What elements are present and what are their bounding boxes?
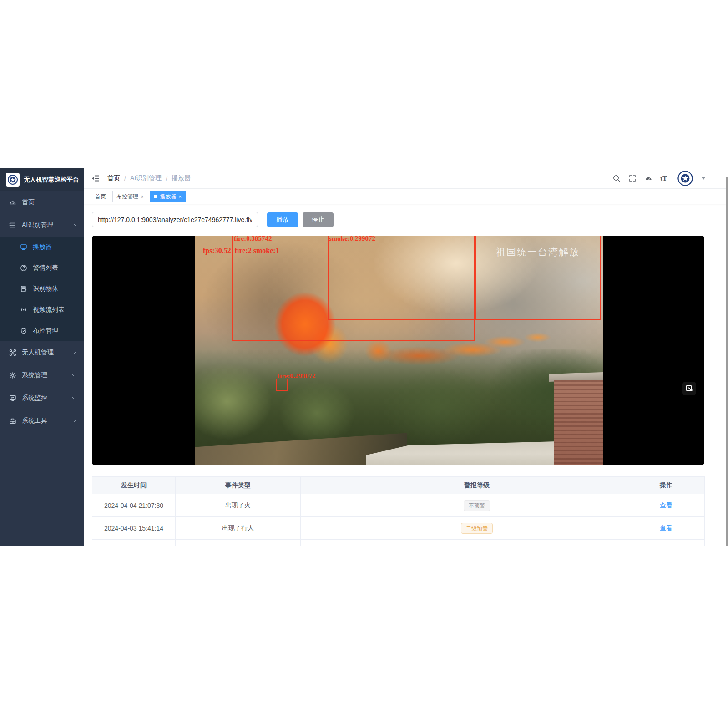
sidebar-item-video-streams[interactable]: 视频流列表 xyxy=(0,299,84,320)
detection-label-fire-small: fire:0.299072 xyxy=(278,372,315,380)
brick-wall xyxy=(554,380,603,465)
event-type: 出现了火 xyxy=(176,494,301,517)
sidebar-item-ai-management[interactable]: AI识别管理 xyxy=(0,214,84,237)
play-button[interactable]: 播放 xyxy=(267,212,298,227)
sidebar-item-deployment[interactable]: 布控管理 xyxy=(0,320,84,341)
event-time: 2024-04-03 15:41:14 xyxy=(92,517,176,540)
sidebar-item-label: 无人机管理 xyxy=(22,349,54,357)
status-badge: 三级预警 xyxy=(461,546,493,546)
sidebar-item-alarm-list[interactable]: 警情列表 xyxy=(0,258,84,278)
sidebar-item-label: 系统管理 xyxy=(22,371,47,379)
sidebar-item-home[interactable]: 首页 xyxy=(0,191,84,214)
toolbox-icon xyxy=(9,417,16,425)
page-content: 播放 停止 xyxy=(84,204,728,546)
event-type: 出现了行人 xyxy=(176,540,301,546)
monitor-icon xyxy=(20,243,27,251)
brick-building xyxy=(549,373,603,465)
document-icon xyxy=(20,285,27,293)
chevron-up-icon xyxy=(72,224,76,227)
search-icon[interactable] xyxy=(612,174,621,182)
view-link[interactable]: 查看 xyxy=(660,524,672,531)
sidebar-item-label: AI识别管理 xyxy=(22,221,53,229)
detection-label-fire: fire:0.385742 xyxy=(234,236,272,243)
video-watermark: 祖国统一台湾解放 xyxy=(496,246,580,258)
sidebar-item-label: 系统工具 xyxy=(22,417,47,425)
close-icon[interactable]: × xyxy=(141,191,143,202)
stop-button[interactable]: 停止 xyxy=(303,212,334,227)
sidebar-item-label: 播放器 xyxy=(33,243,52,251)
picture-in-picture-button[interactable] xyxy=(682,382,696,395)
detection-label-smoke: smoke:0.299072 xyxy=(329,236,375,243)
sidebar-submenu: 播放器 警情列表 识别物体 视频流列表 xyxy=(0,237,84,341)
detection-box-fire-small xyxy=(276,379,288,391)
shield-icon xyxy=(20,327,27,334)
sidebar-item-recognized-objects[interactable]: 识别物体 xyxy=(0,278,84,299)
sidebar-item-label: 首页 xyxy=(22,198,35,207)
breadcrumb-player: 播放器 xyxy=(172,174,191,182)
top-navbar: 首页 / AI识别管理 / 播放器 tT xyxy=(84,168,728,189)
tab-deployment[interactable]: 布控管理 × xyxy=(112,191,147,202)
column-header-type: 事件类型 xyxy=(176,477,301,494)
sidebar-item-system-monitor[interactable]: 系统监控 xyxy=(0,387,84,410)
sidebar-collapse-icon[interactable] xyxy=(91,174,100,183)
table-row: 2024-04-03 15:41:14 出现了行人 二级预警 查看 xyxy=(92,517,705,540)
stream-url-row: 播放 停止 xyxy=(92,212,704,227)
avatar[interactable] xyxy=(677,171,693,186)
tab-label: 播放器 xyxy=(160,191,176,202)
main-area: 首页 / AI识别管理 / 播放器 tT xyxy=(84,168,728,546)
stream-icon xyxy=(20,306,27,313)
sidebar-item-label: 系统监控 xyxy=(22,394,47,402)
stream-url-input[interactable] xyxy=(92,212,258,227)
question-icon xyxy=(20,264,27,272)
sidebar-item-drone-management[interactable]: 无人机管理 xyxy=(0,341,84,364)
breadcrumb-separator: / xyxy=(166,175,167,182)
event-time: 2024-04-04 21:07:30 xyxy=(92,494,176,517)
tabs-bar: 首页 布控管理 × 播放器 × xyxy=(84,189,728,204)
font-size-icon[interactable]: tT xyxy=(660,175,667,182)
table-row: 2024-04-04 21:07:30 出现了火 不预警 查看 xyxy=(92,494,705,517)
sidebar-item-label: 警情列表 xyxy=(33,264,58,272)
list-icon xyxy=(9,222,16,229)
column-header-time: 发生时间 xyxy=(92,477,176,494)
breadcrumb-ai-management[interactable]: AI识别管理 xyxy=(130,174,162,182)
sidebar: 无人机智慧巡检平台 首页 AI识别管理 播放器 xyxy=(0,168,84,546)
chevron-down-icon[interactable] xyxy=(702,177,705,180)
table-header-row: 发生时间 事件类型 警报等级 操作 xyxy=(92,477,705,494)
breadcrumb: 首页 / AI识别管理 / 播放器 xyxy=(107,174,191,182)
active-tab-dot xyxy=(154,195,157,198)
sidebar-item-player[interactable]: 播放器 xyxy=(0,237,84,258)
status-badge: 二级预警 xyxy=(461,523,493,534)
video-player[interactable]: fire:0.385742 smoke:0.299072 fire:0.2990… xyxy=(92,236,704,465)
sidebar-item-label: 视频流列表 xyxy=(33,306,65,314)
chevron-down-icon xyxy=(72,420,76,422)
event-time: 2024-04-03 15:35:52 xyxy=(92,540,176,546)
breadcrumb-home[interactable]: 首页 xyxy=(107,174,120,182)
breadcrumb-separator: / xyxy=(124,175,126,182)
stream-stats: fps:30.52 fire:2 smoke:1 xyxy=(203,247,279,255)
close-icon[interactable]: × xyxy=(178,191,181,202)
status-badge: 不预警 xyxy=(464,500,490,511)
sidebar-logo-bar: 无人机智慧巡检平台 xyxy=(0,168,84,191)
detection-box-smoke xyxy=(328,236,476,320)
column-header-level: 警报等级 xyxy=(301,477,653,494)
chevron-down-icon xyxy=(72,374,76,377)
fullscreen-icon[interactable] xyxy=(628,174,637,182)
app-logo xyxy=(6,173,20,187)
sidebar-item-label: 布控管理 xyxy=(33,327,58,335)
vertical-scrollbar[interactable] xyxy=(726,177,728,546)
sidebar-item-system-management[interactable]: 系统管理 xyxy=(0,364,84,387)
tab-label: 首页 xyxy=(95,191,106,202)
sidebar-item-system-tools[interactable]: 系统工具 xyxy=(0,410,84,432)
table-row: 2024-04-03 15:35:52 出现了行人 三级预警 查看 xyxy=(92,540,705,546)
dashboard-icon[interactable] xyxy=(644,174,652,182)
tab-player[interactable]: 播放器 × xyxy=(150,191,185,202)
alarm-events-table: 发生时间 事件类型 警报等级 操作 2024-04-04 21:07:30 出现… xyxy=(92,476,705,546)
app-window: 无人机智慧巡检平台 首页 AI识别管理 播放器 xyxy=(0,168,728,546)
sidebar-item-label: 识别物体 xyxy=(33,285,58,293)
tab-home[interactable]: 首页 xyxy=(91,191,110,202)
view-link[interactable]: 查看 xyxy=(660,501,672,509)
monitor-chart-icon xyxy=(9,394,16,402)
navbar-actions: tT xyxy=(612,171,705,186)
chevron-down-icon xyxy=(72,351,76,354)
chevron-down-icon xyxy=(72,397,76,399)
